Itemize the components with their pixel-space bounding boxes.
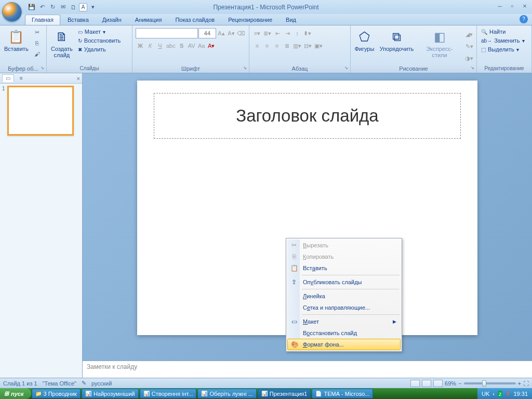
strike-button[interactable]: abc <box>165 41 177 51</box>
tab-slideshow[interactable]: Показ слайдов <box>169 15 221 25</box>
zoom-out-button[interactable]: − <box>458 380 461 387</box>
layout-button[interactable]: ▭ Макет ▾ <box>77 28 122 35</box>
font-color-button[interactable]: A▾ <box>207 41 216 51</box>
taskbar-item[interactable]: 📊 Створення інт... <box>140 389 197 398</box>
format-painter-button[interactable]: 🖌 <box>33 49 42 59</box>
underline-button[interactable]: Ч <box>155 41 165 51</box>
shape-fill-button[interactable]: ◢▾ <box>464 29 474 39</box>
delete-button[interactable]: ✖ Удалить <box>77 46 122 53</box>
tab-review[interactable]: Рецензирование <box>222 15 278 25</box>
sorter-view-button[interactable] <box>422 380 431 387</box>
qat-mail-icon[interactable]: ✉ <box>58 3 68 12</box>
new-slide-button[interactable]: 🗎 Создать слайд <box>49 27 75 59</box>
tab-insert[interactable]: Вставка <box>61 15 95 25</box>
clock[interactable]: 19:31 <box>513 391 528 397</box>
help-button[interactable]: ? <box>520 15 528 23</box>
select-button[interactable]: ⬚ Выделить ▾ <box>480 46 526 53</box>
find-button[interactable]: 🔍 Найти <box>480 28 526 35</box>
title-placeholder[interactable]: Заголовок слайда <box>154 93 461 139</box>
tab-home[interactable]: Главная <box>25 15 60 25</box>
font-size-combo[interactable]: 44 <box>198 28 216 38</box>
slideshow-view-button[interactable] <box>433 380 443 387</box>
paste-button[interactable]: 📋 Вставить <box>2 27 31 53</box>
font-family-combo[interactable] <box>136 28 198 38</box>
align-text-button[interactable]: ⊟▾ <box>303 41 313 51</box>
grow-font-button[interactable]: A▴ <box>217 28 226 38</box>
minimize-button[interactable]: – <box>495 2 505 10</box>
ctx-grid[interactable]: Сетка и направляющие... <box>287 302 401 313</box>
tray-icon[interactable]: ⬆ <box>506 390 510 397</box>
normal-view-button[interactable] <box>410 380 420 387</box>
taskbar-item[interactable]: 📊 Презентация1 <box>258 389 311 398</box>
start-button[interactable]: ⊞пуск <box>0 388 31 399</box>
justify-button[interactable]: ≣ <box>282 41 291 51</box>
tab-view[interactable]: Вид <box>280 15 302 25</box>
zoom-level[interactable]: 69% <box>445 380 456 387</box>
clear-format-button[interactable]: ⌫ <box>236 28 246 38</box>
qat-new-icon[interactable]: 🗋 <box>69 3 78 12</box>
fit-button[interactable]: ⛶ <box>523 380 529 387</box>
indent-button[interactable]: ⇥ <box>283 28 292 38</box>
bullets-button[interactable]: ≡▾ <box>252 28 262 38</box>
spellcheck-icon[interactable]: ✎ <box>82 380 86 387</box>
replace-button[interactable]: ab→ Заменить ▾ <box>480 37 526 44</box>
shrink-font-button[interactable]: A▾ <box>227 28 236 38</box>
ctx-paste[interactable]: 📋Вставить <box>287 262 401 274</box>
ctx-layout[interactable]: ▭Макет▶ <box>287 316 401 327</box>
qat-dropdown-icon[interactable]: ▾ <box>88 3 98 12</box>
ctx-format-background[interactable]: 🎨Формат фона... <box>287 339 401 350</box>
taskbar-item[interactable]: 📁 3 Проводник <box>32 389 81 398</box>
draw-launcher[interactable]: ↘ <box>470 65 475 71</box>
bold-button[interactable]: Ж <box>136 41 145 51</box>
taskbar-item[interactable]: 📊 Оберіть лужні ... <box>197 389 256 398</box>
tab-animation[interactable]: Анимация <box>129 15 168 25</box>
status-language[interactable]: русский <box>91 380 112 387</box>
arrange-button[interactable]: ⧉Упорядочить <box>378 27 415 53</box>
ctx-publish[interactable]: ⇪Опубликовать слайды <box>287 276 401 288</box>
reset-button[interactable]: ↻ Восстановить <box>77 37 122 44</box>
close-button[interactable]: × <box>520 2 530 10</box>
shape-effects-button[interactable]: ◑▾ <box>464 53 474 63</box>
smartart-button[interactable]: ▣▾ <box>313 41 324 51</box>
align-center-button[interactable]: ≡ <box>262 41 272 51</box>
maximize-button[interactable]: ▫ <box>507 2 517 10</box>
lang-indicator[interactable]: UK <box>482 391 489 397</box>
qat-undo-icon[interactable]: ↶ <box>37 3 47 12</box>
shapes-button[interactable]: ⬠Фигуры <box>353 27 376 53</box>
clipboard-launcher[interactable]: ↘ <box>39 65 45 71</box>
qat-a-button[interactable]: A <box>79 3 87 11</box>
notes-pane[interactable]: Заметки к слайду <box>83 361 532 378</box>
outdent-button[interactable]: ⇤ <box>273 28 282 38</box>
linespacing-button[interactable]: ↕ <box>292 28 302 38</box>
zoom-thumb[interactable] <box>482 380 486 387</box>
office-button[interactable] <box>2 2 22 22</box>
ctx-cut[interactable]: ✂Вырезать <box>287 240 401 251</box>
taskbar-item[interactable]: 📄 ТЕМА - Microso... <box>312 389 373 398</box>
tab-design[interactable]: Дизайн <box>96 15 128 25</box>
copy-button[interactable]: ⎘ <box>33 38 42 48</box>
columns-button[interactable]: ▥▾ <box>292 41 302 51</box>
align-left-button[interactable]: ≡ <box>252 41 262 51</box>
qat-redo-icon[interactable]: ↻ <box>48 3 57 12</box>
ctx-ruler[interactable]: Линейка <box>287 290 401 302</box>
font-launcher[interactable]: ↘ <box>242 65 248 71</box>
text-direction-button[interactable]: ⬍▾ <box>302 28 312 38</box>
numbering-button[interactable]: ≣▾ <box>262 28 272 38</box>
shadow-button[interactable]: S <box>177 41 187 51</box>
zoom-slider[interactable] <box>464 382 516 384</box>
quick-styles-button[interactable]: ◧Экспресс-стили <box>417 27 462 59</box>
ctx-copy[interactable]: ⎘Копировать <box>287 251 401 262</box>
slides-tab[interactable]: ▭ <box>2 74 14 82</box>
case-button[interactable]: Aa <box>197 41 206 51</box>
shape-outline-button[interactable]: ✎▾ <box>464 41 474 51</box>
tray-icon[interactable]: ‹ <box>493 391 495 397</box>
slide-thumbnail[interactable] <box>7 86 74 136</box>
taskbar-item[interactable]: 📊 Найрозумніший <box>82 389 139 398</box>
qat-save-icon[interactable]: 💾 <box>27 3 36 12</box>
zoom-in-button[interactable]: + <box>518 380 521 387</box>
pane-close-button[interactable]: × <box>77 75 80 82</box>
tray-icon[interactable]: z <box>498 391 503 397</box>
italic-button[interactable]: К <box>145 41 155 51</box>
outline-tab[interactable]: ≡ <box>16 74 26 82</box>
ctx-reset[interactable]: Восстановить слайд <box>287 327 401 339</box>
